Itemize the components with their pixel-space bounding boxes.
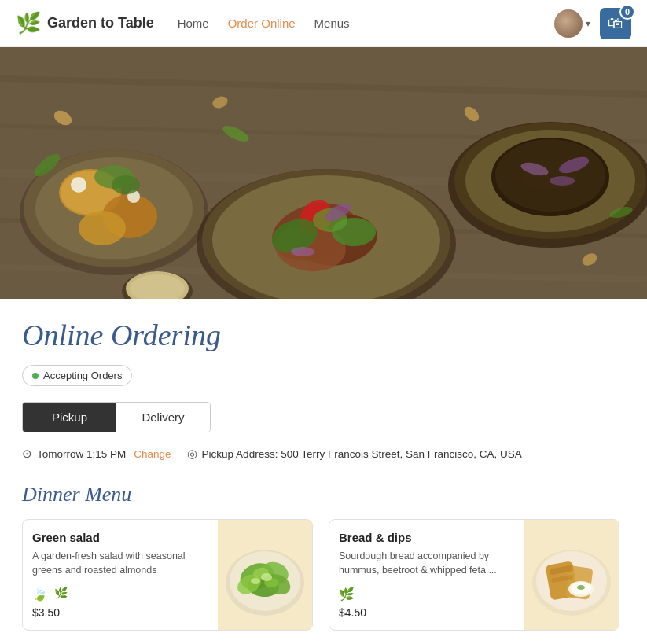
menu-card-image-2 — [524, 520, 619, 630]
svg-point-58 — [261, 573, 272, 581]
svg-point-14 — [71, 177, 86, 193]
menu-card-bread-dips: Bread & dips Sourdough bread accompanied… — [329, 519, 619, 631]
cart-badge: 0 — [619, 4, 635, 20]
menu-card-body-2: Bread & dips Sourdough bread accompanied… — [329, 520, 524, 630]
svg-point-69 — [577, 585, 585, 590]
svg-point-17 — [112, 175, 140, 194]
hero-image — [0, 47, 647, 299]
order-info: ⊙ Tomorrow 1:15 PM Change ◎ Pickup Addre… — [22, 447, 625, 461]
menu-section-title: Dinner Menu — [22, 483, 625, 506]
order-time: Tomorrow 1:15 PM — [37, 448, 126, 460]
menu-card-body-1: Green salad A garden-fresh salad with se… — [23, 520, 218, 630]
nav-right: ▾ 🛍 0 — [554, 8, 631, 39]
svg-point-13 — [79, 211, 126, 245]
menu-item-name-1: Green salad — [32, 531, 208, 544]
status-badge: Accepting Orders — [22, 365, 132, 386]
menu-card-image-1 — [218, 520, 312, 630]
pickup-button[interactable]: Pickup — [23, 403, 116, 432]
nav-links: Home Order Online Menus — [178, 17, 554, 30]
navbar: 🌿 Garden to Table Home Order Online Menu… — [0, 0, 647, 47]
menu-card-green-salad: Green salad A garden-fresh salad with se… — [22, 519, 313, 631]
brand-logo[interactable]: 🌿 Garden to Table — [16, 11, 154, 35]
change-time-link[interactable]: Change — [134, 448, 171, 460]
menu-item-desc-1: A garden-fresh salad with seasonal green… — [32, 549, 208, 577]
location-icon: ◎ — [187, 447, 197, 461]
status-dot — [32, 373, 39, 379]
menu-item-icons-2: 🌿 — [339, 587, 515, 602]
order-time-item: ⊙ Tomorrow 1:15 PM Change — [22, 447, 171, 461]
nav-menus[interactable]: Menus — [314, 17, 350, 30]
order-address-item: ◎ Pickup Address: 500 Terry Francois Str… — [187, 447, 522, 461]
status-label: Accepting Orders — [43, 370, 122, 381]
svg-point-59 — [251, 578, 260, 584]
order-address: Pickup Address: 500 Terry Francois Stree… — [202, 448, 522, 460]
brand-name: Garden to Table — [47, 15, 154, 31]
main-content: Online Ordering Accepting Orders Pickup … — [0, 299, 647, 644]
leaf-icon-2a: 🌿 — [339, 587, 355, 602]
menu-item-price-2: $4.50 — [339, 606, 515, 619]
menu-item-desc-2: Sourdough bread accompanied by hummus, b… — [339, 549, 515, 577]
chevron-down-icon: ▾ — [586, 18, 590, 29]
leaf-icon-1b: 🌿 — [54, 587, 68, 602]
menu-grid: Green salad A garden-fresh salad with se… — [22, 519, 625, 631]
svg-point-28 — [291, 247, 314, 256]
nav-order-online[interactable]: Order Online — [228, 17, 296, 30]
avatar — [554, 9, 583, 38]
brand-icon: 🌿 — [16, 11, 41, 35]
menu-item-price-1: $3.50 — [32, 606, 208, 619]
svg-point-37 — [550, 176, 575, 186]
menu-item-icons-1: 🍃 🌿 — [32, 587, 208, 602]
leaf-icon-1a: 🍃 — [32, 587, 48, 602]
nav-home[interactable]: Home — [178, 17, 209, 30]
menu-item-name-2: Bread & dips — [339, 531, 515, 544]
clock-icon: ⊙ — [22, 447, 32, 461]
order-type-toggle: Pickup Delivery — [22, 402, 211, 432]
delivery-button[interactable]: Delivery — [116, 403, 210, 432]
user-avatar-wrap[interactable]: ▾ — [554, 9, 590, 38]
cart-button[interactable]: 🛍 0 — [600, 8, 631, 39]
page-title: Online Ordering — [22, 318, 625, 352]
